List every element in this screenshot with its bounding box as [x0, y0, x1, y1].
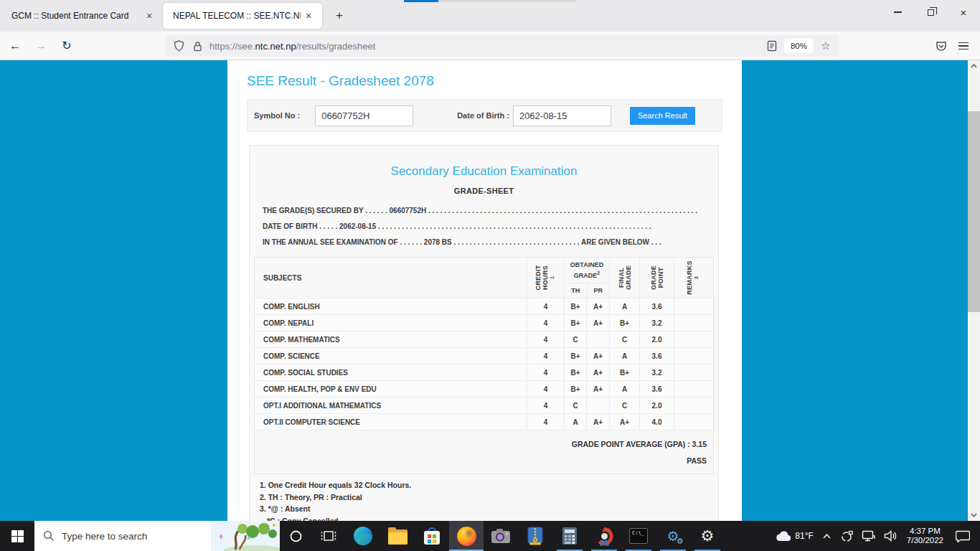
winzip-icon — [527, 527, 544, 545]
gpa-summary: GRADE POINT AVERAGE (GPA) : 3.15 PASS — [255, 430, 713, 474]
window-controls: × — [881, 0, 980, 24]
taskbar-app-settings[interactable]: ⚙ — [690, 521, 725, 551]
table-row: COMP. NEPALI4B+A+B+3.2 — [255, 314, 713, 331]
reload-button[interactable]: ↻ — [56, 36, 77, 56]
forward-button[interactable]: → — [30, 36, 52, 56]
table-row: COMP. HEALTH, POP & ENV EDU4B+A+A3.6 — [255, 380, 713, 397]
taskbar-app-camera[interactable] — [484, 521, 518, 551]
lock-icon[interactable] — [188, 37, 207, 55]
taskbar-app-edge[interactable] — [346, 521, 380, 551]
url-text: https://see.ntc.net.np/results/gradeshee… — [209, 41, 375, 52]
header-th: TH — [565, 283, 587, 298]
menu-hamburger-icon[interactable] — [953, 36, 974, 56]
table-row: OPT.I ADDITIONAL MATHEMATICS4CC2.0 — [255, 397, 713, 413]
start-button[interactable] — [0, 521, 34, 551]
header-final-grade: FINALGRADE — [609, 258, 639, 298]
search-icon — [43, 530, 55, 542]
bookmark-star-icon[interactable]: ☆ — [816, 39, 835, 52]
url-bar[interactable]: https://see.ntc.net.np/results/gradeshee… — [165, 35, 839, 57]
taskbar-app-firefox[interactable] — [449, 521, 484, 551]
scrollbar-down-arrow[interactable] — [968, 509, 980, 521]
tab-close-icon[interactable]: × — [301, 8, 316, 24]
header-obtained-grade: OBTAINEDGRADE2 TH PR — [564, 258, 609, 298]
zoom-level-badge[interactable]: 80% — [784, 39, 814, 53]
taskbar-app-calculator[interactable] — [552, 521, 587, 551]
table-row: OPT.II COMPUTER SCIENCE4AA+A+4.0 — [255, 413, 713, 430]
gears-icon: ⚙ — [666, 529, 679, 543]
cortana-button[interactable] — [280, 521, 311, 551]
footnote: *C : Copy Cancelled — [260, 515, 708, 522]
exam-year-line: IN THE ANNUAL SEE EXAMINATION OF . . . .… — [263, 235, 705, 250]
url-domain: ntc.net.np — [255, 41, 296, 52]
desktop-screen: GCM :: Student Entrance Card × NEPAL TEL… — [0, 0, 980, 551]
taskbar-search-box[interactable] — [34, 521, 280, 551]
tab-close-icon[interactable]: × — [141, 8, 157, 24]
search-input[interactable] — [62, 531, 198, 542]
header-subjects: SUBJECTS — [255, 258, 527, 298]
window-restore-button[interactable] — [914, 0, 947, 24]
tracking-protection-shield-icon[interactable] — [169, 37, 188, 55]
firefox-icon — [457, 527, 476, 546]
tray-sync-icon[interactable] — [837, 521, 857, 551]
taskbar-app-task-view[interactable] — [311, 521, 346, 551]
scrollbar-up-arrow[interactable] — [968, 60, 980, 72]
page-scrollbar[interactable] — [968, 60, 980, 521]
gradesheet-intro-lines: THE GRADE(S) SECURED BY . . . . . . 0660… — [263, 203, 705, 250]
new-tab-button[interactable]: + — [329, 6, 350, 26]
taskbar-app-services[interactable]: ⚙ — [656, 521, 690, 551]
search-result-button[interactable]: Search Result — [630, 107, 695, 125]
action-center-button[interactable] — [948, 521, 980, 551]
footnote: 3. *@ : Absent — [260, 503, 708, 515]
tab-title: NEPAL TELECOM :: SEE.NTC.NET.NP — [173, 11, 301, 21]
taskbar-app-command-prompt[interactable]: C:\_ — [621, 521, 656, 551]
system-tray: 81°F 4:37 PM 7/30/2022 — [771, 521, 980, 551]
pocket-icon[interactable] — [930, 41, 953, 52]
window-close-button[interactable]: × — [947, 0, 980, 24]
bing-daily-art[interactable] — [211, 521, 280, 551]
microsoft-store-icon — [423, 527, 441, 545]
tab-nepal-telecom-active[interactable]: NEPAL TELECOM :: SEE.NTC.NET.NP × — [163, 3, 322, 29]
edge-icon — [354, 527, 372, 545]
footnote: 1. One Credit Hour equals 32 Clock Hours… — [260, 479, 708, 491]
header-credit-hours: CREDITHOURS1 — [527, 258, 564, 298]
dob-input[interactable] — [513, 105, 611, 126]
minimize-icon — [894, 11, 902, 12]
secured-by-line: THE GRADE(S) SECURED BY . . . . . . 0660… — [263, 203, 705, 219]
clock-date: 7/30/2022 — [907, 536, 943, 546]
action-center-icon — [956, 530, 970, 542]
symbol-no-input[interactable] — [315, 105, 413, 126]
network-icon[interactable] — [857, 521, 880, 551]
browser-viewport: SEE Result - Gradesheet 2078 Symbol No :… — [0, 60, 980, 521]
file-explorer-icon — [388, 529, 407, 545]
footnotes: 1. One Credit Hour equals 32 Clock Hours… — [260, 479, 708, 521]
windows-taskbar: C:\_ ⚙ ⚙ 81°F — [0, 521, 980, 551]
page-content: SEE Result - Gradesheet 2078 Symbol No :… — [227, 60, 742, 521]
weather-widget[interactable]: 81°F — [771, 521, 816, 551]
window-minimize-button[interactable] — [881, 0, 914, 24]
dob-line: DATE OF BIRTH . . . . . 2062-08-15 . . .… — [263, 219, 705, 235]
hidden-icons-chevron[interactable] — [817, 521, 837, 551]
table-row: COMP. SOCIAL STUDIES4B+A+B+3.2 — [255, 364, 713, 380]
taskbar-app-screen-capture[interactable] — [587, 521, 621, 551]
gradesheet-subheading: GRADE-SHEET — [250, 187, 718, 195]
restore-icon — [928, 9, 934, 16]
scrollbar-thumb[interactable] — [968, 111, 980, 312]
symbol-no-label: Symbol No : — [254, 111, 300, 120]
clock-time: 4:37 PM — [907, 527, 943, 537]
taskbar-app-file-explorer[interactable] — [380, 521, 415, 551]
taskbar-clock[interactable]: 4:37 PM 7/30/2022 — [902, 527, 948, 546]
result-status: PASS — [255, 456, 707, 465]
back-button[interactable]: ← — [4, 36, 26, 56]
page-load-progressbar — [404, 0, 576, 2]
dob-label: Date of Birth : — [457, 111, 509, 120]
tab-gcm-entrance-card[interactable]: GCM :: Student Entrance Card × — [0, 0, 163, 32]
grades-table: SUBJECTS CREDITHOURS1 OBTAINEDGRADE2 TH … — [254, 257, 714, 474]
table-row: COMP. ENGLISH4B+A+A3.6 — [255, 298, 713, 314]
grades-table-header: SUBJECTS CREDITHOURS1 OBTAINEDGRADE2 TH … — [255, 258, 713, 298]
url-path: /results/gradesheet — [296, 41, 376, 52]
taskbar-app-winzip[interactable] — [518, 521, 552, 551]
volume-icon[interactable] — [880, 521, 902, 551]
reader-mode-icon[interactable] — [763, 37, 781, 55]
taskbar-app-microsoft-store[interactable] — [415, 521, 449, 551]
gear-icon: ⚙ — [701, 529, 715, 544]
